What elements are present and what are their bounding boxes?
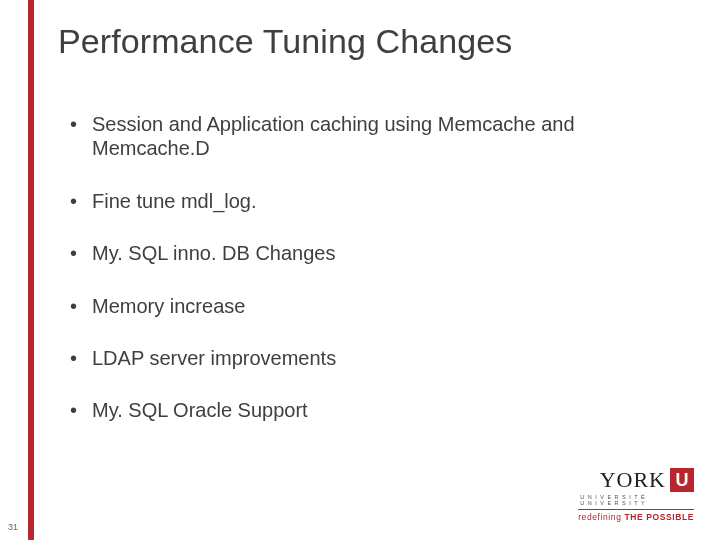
accent-bar <box>28 0 34 540</box>
logo-subline: U N I V E R S I T É U N I V E R S I T Y <box>578 494 694 506</box>
list-item: LDAP server improvements <box>66 346 680 370</box>
slide-title: Performance Tuning Changes <box>58 22 512 61</box>
logo-u-box: U <box>670 468 694 492</box>
list-item: Session and Application caching using Me… <box>66 112 680 161</box>
list-item: Memory increase <box>66 294 680 318</box>
list-item: My. SQL inno. DB Changes <box>66 241 680 265</box>
list-item: My. SQL Oracle Support <box>66 398 680 422</box>
logo-tagline: redefining THE POSSIBLE <box>578 512 694 522</box>
list-item: Fine tune mdl_log. <box>66 189 680 213</box>
york-logo: YORK U U N I V E R S I T É U N I V E R S… <box>578 467 694 522</box>
logo-text: YORK <box>600 467 666 493</box>
logo-divider <box>578 509 694 510</box>
logo-top-row: YORK U <box>578 467 694 493</box>
logo-tagline-bold: THE POSSIBLE <box>624 512 694 522</box>
logo-tagline-prefix: redefining <box>578 512 624 522</box>
slide: Performance Tuning Changes Session and A… <box>0 0 720 540</box>
bullet-list: Session and Application caching using Me… <box>66 112 680 423</box>
page-number: 31 <box>8 522 18 532</box>
slide-content: Session and Application caching using Me… <box>66 112 680 451</box>
